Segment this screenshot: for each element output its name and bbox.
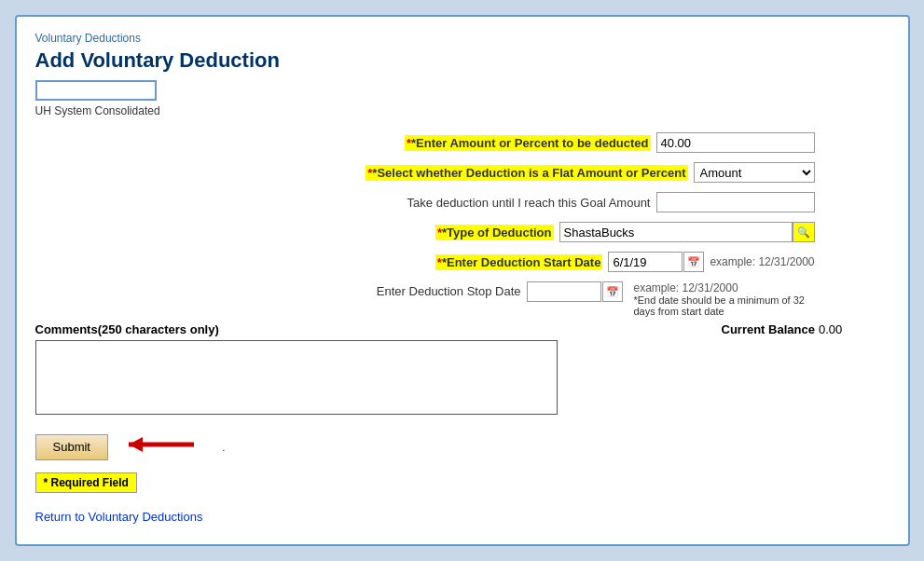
type-label: **Type of Deduction [435, 226, 554, 239]
return-link-container: Return to Voluntary Deductions [35, 510, 890, 524]
return-link[interactable]: Return to Voluntary Deductions [35, 510, 203, 524]
type-deduction-row: **Type of Deduction 🔍 [35, 222, 890, 242]
balance-section: Current Balance 0.00 [722, 322, 890, 336]
arrow-indicator [119, 431, 203, 463]
comments-label: Comments(250 characters only) [35, 322, 712, 336]
start-date-calendar-button[interactable]: 📅 [683, 252, 704, 272]
svg-marker-1 [129, 437, 143, 452]
stop-date-info: example: 12/31/2000 *End date should be … [628, 281, 815, 317]
amount-input[interactable] [656, 132, 815, 153]
form-area: **Enter Amount or Percent to be deducted… [35, 132, 890, 417]
start-date-required-bg: **Enter Deduction Start Date [435, 254, 603, 270]
stop-date-example: example: 12/31/2000 [634, 281, 815, 294]
breadcrumb: Voluntary Deductions [35, 32, 890, 45]
start-date-row: **Enter Deduction Start Date 📅 example: … [35, 252, 890, 272]
flat-amount-required-bg: **Select whether Deduction is a Flat Amo… [365, 165, 687, 181]
submit-button[interactable]: Submit [35, 434, 108, 460]
goal-amount-input[interactable] [656, 192, 815, 212]
stop-date-calendar-button[interactable]: 📅 [602, 281, 623, 302]
current-balance-value: 0.00 [819, 322, 842, 336]
amount-row: **Enter Amount or Percent to be deducted [35, 132, 890, 153]
start-date-input[interactable] [608, 252, 683, 272]
top-search-input[interactable] [35, 80, 157, 101]
stop-date-label: Enter Deduction Stop Date [377, 281, 521, 298]
amount-required-bg: **Enter Amount or Percent to be deducted [405, 135, 651, 151]
amount-label: **Enter Amount or Percent to be deducted [405, 136, 651, 150]
comments-textarea[interactable] [35, 340, 558, 415]
start-date-example: example: 12/31/2000 [710, 255, 814, 268]
flat-amount-label: **Select whether Deduction is a Flat Amo… [365, 166, 687, 180]
stop-date-row: Enter Deduction Stop Date 📅 example: 12/… [35, 281, 890, 317]
main-container: Voluntary Deductions Add Voluntary Deduc… [15, 15, 910, 546]
stop-date-input[interactable] [527, 281, 601, 302]
arrow-svg [119, 431, 203, 458]
current-balance-label: Current Balance [722, 322, 815, 336]
comments-balance-section: Comments(250 characters only) Current Ba… [35, 322, 890, 417]
submit-row: Submit . [35, 431, 890, 463]
start-date-label: **Enter Deduction Start Date [435, 255, 603, 269]
required-field-badge: * Required Field [35, 472, 137, 493]
flat-amount-row: **Select whether Deduction is a Flat Amo… [35, 162, 890, 183]
page-title: Add Voluntary Deduction [35, 48, 890, 73]
goal-amount-label: Take deduction until I reach this Goal A… [407, 196, 651, 210]
org-label: UH System Consolidated [35, 104, 890, 117]
flat-amount-select[interactable]: Amount Percent [694, 162, 815, 183]
type-required-bg: **Type of Deduction [435, 225, 554, 240]
type-deduction-input[interactable] [559, 222, 793, 242]
type-search-button[interactable]: 🔍 [793, 222, 815, 242]
stop-date-note: *End date should be a minimum of 32 days… [634, 294, 815, 317]
divider-dot: . [222, 440, 226, 454]
comments-left: Comments(250 characters only) [35, 322, 712, 417]
goal-amount-row: Take deduction until I reach this Goal A… [35, 192, 890, 212]
